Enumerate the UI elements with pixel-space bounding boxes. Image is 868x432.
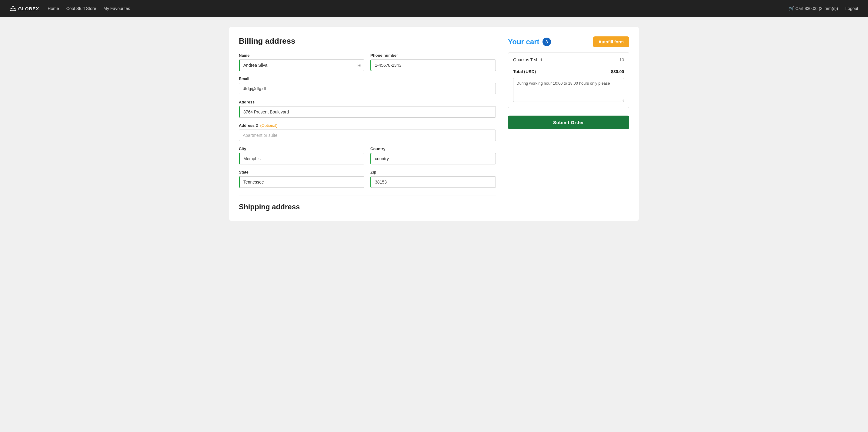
cart-item-qty: 10 <box>619 57 624 62</box>
cart-item-row: Quarkus T-shirt 10 <box>513 57 624 62</box>
country-group: Country <box>370 146 496 165</box>
cart-item-name: Quarkus T-shirt <box>513 57 542 62</box>
address-group: Address <box>239 100 496 118</box>
navbar: GLOBEX Home Cool Stuff Store My Favourit… <box>0 0 868 17</box>
address2-group: Address 2 (Optional) <box>239 123 496 141</box>
cart-header: Your cart 3 Autofill form <box>508 36 629 47</box>
shipping-title: Shipping address <box>239 203 496 211</box>
state-input[interactable] <box>239 176 364 188</box>
cart-card: Quarkus T-shirt 10 Total (USD) $30.00 Du… <box>508 52 629 108</box>
state-group: State <box>239 170 364 188</box>
submit-order-button[interactable]: Submit Order <box>508 116 629 129</box>
cart-title: Your cart <box>508 38 539 46</box>
city-label: City <box>239 146 364 151</box>
cart-title-group: Your cart 3 <box>508 38 551 46</box>
zip-group: Zip <box>370 170 496 188</box>
cart-total-row: Total (USD) $30.00 <box>513 66 624 74</box>
name-autofill-icon[interactable]: ⊞ <box>357 62 361 68</box>
name-input-wrapper: ⊞ <box>239 59 364 71</box>
navbar-right: 🛒 Cart $30.00 (3 item(s)) Logout <box>789 6 858 11</box>
address2-label: Address 2 (Optional) <box>239 123 496 128</box>
nav-home[interactable]: Home <box>48 6 59 11</box>
state-zip-row: State Zip <box>239 170 496 188</box>
brand-logo: GLOBEX <box>10 5 39 12</box>
logout-button[interactable]: Logout <box>845 6 858 11</box>
address-label: Address <box>239 100 496 104</box>
email-input[interactable] <box>239 83 496 94</box>
name-group: Name ⊞ <box>239 53 364 71</box>
autofill-button[interactable]: Autofill form <box>593 36 629 47</box>
address2-label-text: Address 2 <box>239 123 258 128</box>
name-label: Name <box>239 53 364 58</box>
cart-total-value: $30.00 <box>611 69 624 74</box>
nav-links: Home Cool Stuff Store My Favourites <box>48 6 789 11</box>
country-input[interactable] <box>370 153 496 165</box>
name-phone-row: Name ⊞ Phone number <box>239 53 496 71</box>
city-input[interactable] <box>239 153 364 165</box>
nav-my-favourites[interactable]: My Favourites <box>103 6 130 11</box>
address-input[interactable] <box>239 106 496 118</box>
billing-section: Billing address Name ⊞ Phone number Emai… <box>239 36 496 211</box>
page-container: Billing address Name ⊞ Phone number Emai… <box>222 27 646 221</box>
main-card: Billing address Name ⊞ Phone number Emai… <box>229 27 639 221</box>
cart-total-label: Total (USD) <box>513 69 536 74</box>
zip-input[interactable] <box>370 176 496 188</box>
address2-input[interactable] <box>239 129 496 141</box>
zip-label: Zip <box>370 170 496 174</box>
cart-count-badge: 3 <box>542 38 551 46</box>
name-input[interactable] <box>239 59 364 71</box>
nav-cool-stuff-store[interactable]: Cool Stuff Store <box>66 6 96 11</box>
cart-text: Cart $30.00 (3 item(s)) <box>795 6 838 11</box>
globex-logo-icon <box>10 5 17 12</box>
country-label: Country <box>370 146 496 151</box>
city-country-row: City Country <box>239 146 496 165</box>
phone-group: Phone number <box>370 53 496 71</box>
section-divider <box>239 195 496 195</box>
address2-optional-text: (Optional) <box>260 123 278 128</box>
cart-notes-input[interactable]: During working hour 10:00 to 18:00 hours… <box>513 78 624 102</box>
brand-name: GLOBEX <box>18 6 39 11</box>
state-label: State <box>239 170 364 174</box>
billing-title: Billing address <box>239 36 496 46</box>
email-label: Email <box>239 77 496 81</box>
cart-section: Your cart 3 Autofill form Quarkus T-shir… <box>508 36 629 211</box>
city-group: City <box>239 146 364 165</box>
cart-info[interactable]: 🛒 Cart $30.00 (3 item(s)) <box>789 6 838 11</box>
email-group: Email <box>239 77 496 94</box>
phone-input[interactable] <box>370 59 496 71</box>
phone-label: Phone number <box>370 53 496 58</box>
